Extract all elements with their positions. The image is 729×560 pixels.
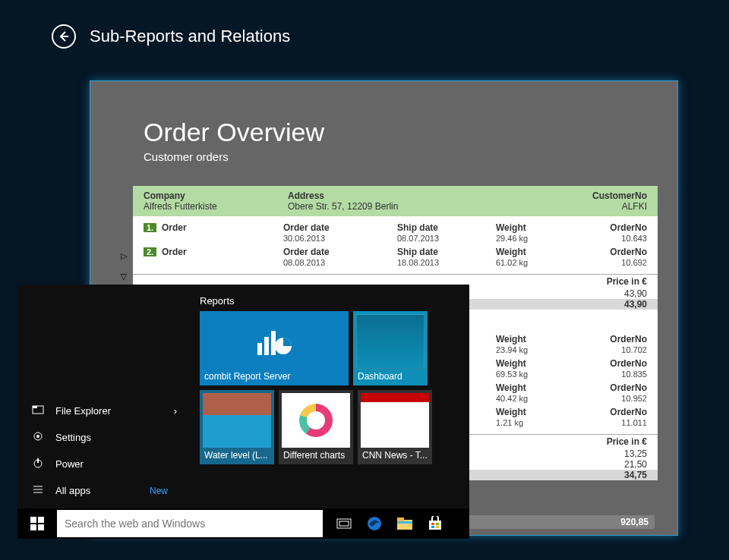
order-row: 1. Order Order date30.06.2013 Ship date0… <box>144 221 647 245</box>
company-customerno: ALFKI <box>508 201 647 212</box>
svg-point-3 <box>36 435 39 438</box>
svg-rect-26 <box>431 526 434 528</box>
orderno-value: 10.835 <box>621 370 647 379</box>
order-label: Order <box>162 222 283 233</box>
file-explorer-icon <box>31 404 45 418</box>
orderno-value: 11.011 <box>621 418 647 427</box>
report-title: Order Overview <box>144 118 624 147</box>
order-badge: 2. <box>144 247 156 256</box>
weight-label: Weight <box>496 382 526 393</box>
start-item-settings[interactable]: Settings <box>17 424 191 451</box>
company-name: Alfreds Futterkiste <box>144 201 288 212</box>
start-item-file-explorer[interactable]: File Explorer › <box>17 398 191 424</box>
company-address: Obere Str. 57, 12209 Berlin <box>288 201 508 212</box>
charts-thumb-icon <box>282 393 350 448</box>
order-date-value: 30.06.2013 <box>283 234 325 243</box>
store-icon <box>428 516 443 531</box>
start-item-power[interactable]: Power <box>17 451 191 477</box>
order-date-value: 08.08.2013 <box>283 258 325 267</box>
start-menu-left: File Explorer › Settings Power All apps … <box>17 285 191 508</box>
tile-label: Different charts <box>283 450 349 461</box>
orderno-label: OrderNo <box>610 382 647 393</box>
weight-label: Weight <box>496 334 526 344</box>
orderno-label: OrderNo <box>610 334 647 344</box>
edge-icon <box>366 515 383 532</box>
svg-rect-23 <box>429 521 441 530</box>
tile-water-level[interactable]: Water level (L... <box>200 390 274 464</box>
order-date-label: Order date <box>283 247 330 257</box>
orderno-value: 10.952 <box>621 394 647 403</box>
svg-rect-21 <box>397 518 404 521</box>
orderno-value: 10.643 <box>621 234 647 243</box>
order-date-label: Order date <box>283 222 330 233</box>
tile-combit-report-server[interactable]: combit Report Server <box>200 311 349 385</box>
orderno-label: OrderNo <box>610 222 647 233</box>
ship-date-label: Ship date <box>397 222 438 233</box>
svg-rect-22 <box>397 521 412 524</box>
svg-rect-11 <box>271 331 276 355</box>
row-markers: ▷ ▷ <box>121 251 127 282</box>
company-header-row: Company Alfreds Futterkiste Address Ober… <box>133 186 658 216</box>
svg-rect-14 <box>38 517 44 523</box>
file-explorer-button[interactable] <box>390 508 420 539</box>
weight-value: 23.94 kg <box>496 345 528 354</box>
weight-value: 69.53 kg <box>496 370 528 379</box>
start-item-label: Power <box>55 458 84 470</box>
taskbar-search[interactable] <box>57 510 323 537</box>
orderno-value: 10.702 <box>621 345 647 354</box>
search-input[interactable] <box>65 518 315 530</box>
start-item-all-apps[interactable]: All apps <box>17 477 150 504</box>
tile-group-title: Reports <box>200 295 460 307</box>
start-item-label: File Explorer <box>55 405 111 417</box>
task-view-button[interactable] <box>329 508 359 539</box>
order-badge: 1. <box>144 223 156 232</box>
weight-value: 40.42 kg <box>496 394 528 403</box>
col-company: Company <box>144 190 288 201</box>
task-view-icon <box>336 518 352 530</box>
tile-dashboard[interactable]: Dashboard <box>353 311 428 385</box>
back-button[interactable] <box>52 24 76 49</box>
svg-rect-13 <box>30 517 36 523</box>
tile-label: combit Report Server <box>204 371 344 382</box>
orderno-label: OrderNo <box>610 407 647 417</box>
tile-label: Water level (L... <box>204 450 270 461</box>
weight-label: Weight <box>496 222 526 233</box>
water-thumb-icon <box>203 393 271 448</box>
folder-icon <box>396 517 413 530</box>
arrow-left-icon <box>58 30 70 42</box>
new-link[interactable]: New <box>150 480 191 502</box>
col-address: Address <box>288 190 508 201</box>
start-menu-tiles: Reports combit Report Server Dashboard <box>191 285 469 508</box>
ship-date-value: 18.08.2013 <box>397 258 439 267</box>
report-server-icon <box>256 328 292 358</box>
tile-different-charts[interactable]: Different charts <box>279 390 353 464</box>
tile-label: Dashboard <box>358 371 423 382</box>
edge-button[interactable] <box>359 508 390 539</box>
page-title: Sub-Reports and Relations <box>90 27 290 46</box>
cnn-thumb-icon <box>361 393 429 448</box>
orderno-value: 10.692 <box>621 258 647 267</box>
tile-cnn-news[interactable]: CNN News - T... <box>358 390 432 464</box>
ship-date-value: 08.07.2013 <box>397 234 439 243</box>
tile-label: CNN News - T... <box>362 450 428 461</box>
col-customerno: CustomerNo <box>508 190 647 201</box>
start-item-label: Settings <box>55 432 91 443</box>
dashboard-thumb-icon <box>356 314 424 369</box>
svg-rect-9 <box>257 343 262 355</box>
order-row: 2. Order Order date08.08.2013 Ship date1… <box>144 245 647 269</box>
orderno-label: OrderNo <box>610 247 647 257</box>
weight-value: 61.02 kg <box>496 258 528 267</box>
start-button[interactable] <box>17 508 57 539</box>
gear-icon <box>31 430 45 445</box>
chevron-right-icon: › <box>174 405 177 417</box>
ship-date-label: Ship date <box>397 247 438 257</box>
power-icon <box>31 457 45 471</box>
all-apps-icon <box>31 483 45 498</box>
svg-rect-24 <box>431 523 434 525</box>
weight-value: 1.21 kg <box>496 418 523 427</box>
svg-rect-25 <box>436 523 439 525</box>
svg-rect-10 <box>264 337 269 355</box>
store-button[interactable] <box>420 508 450 539</box>
svg-rect-15 <box>30 524 36 530</box>
svg-rect-1 <box>33 406 37 408</box>
